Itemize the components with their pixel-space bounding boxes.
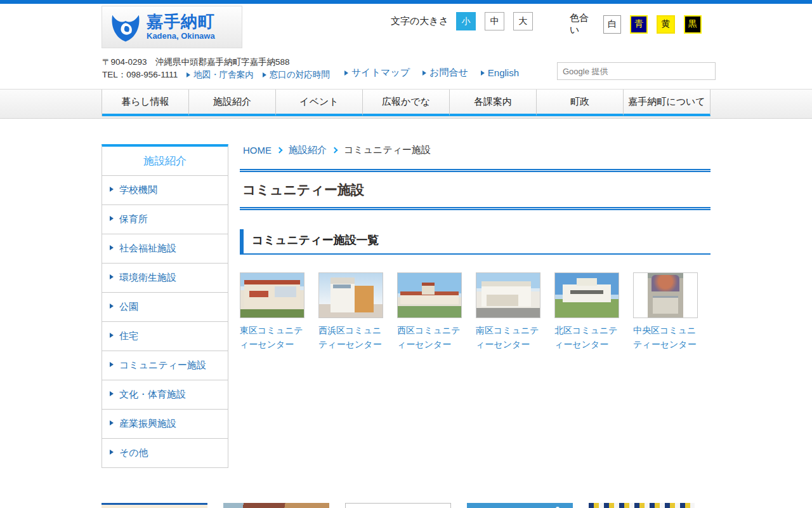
chevron-right-icon bbox=[332, 147, 338, 154]
sidebar-item-social-welfare[interactable]: 社会福祉施設 bbox=[102, 234, 228, 264]
triangle-bullet-icon bbox=[481, 70, 485, 76]
triangle-bullet-icon bbox=[187, 72, 190, 77]
nav-item-about-kadena[interactable]: 嘉手納町について bbox=[624, 90, 710, 116]
page-title: コミュニティー施設 bbox=[240, 169, 710, 210]
facility-card: 北区コミュニティーセンター bbox=[554, 272, 619, 351]
triangle-bullet-icon bbox=[110, 450, 114, 455]
font-size-large-button[interactable]: 大 bbox=[513, 12, 533, 30]
sidebar-item-housing[interactable]: 住宅 bbox=[102, 322, 228, 351]
main-content: 施設紹介 学校機関 保育所 社会福祉施設 環境衛生施設 公園 住宅 コミュニティ… bbox=[102, 119, 710, 468]
facility-list: 東区コミュニティーセンター 西浜区コミュニティーセンター 西区コミュニティーセン… bbox=[240, 272, 710, 351]
banner-health-center-rotary-plaza[interactable]: 嘉手納町 健康増進センター ロータリープラザ bbox=[589, 503, 695, 508]
font-size-controls: 文字の大きさ 小 中 大 bbox=[391, 12, 542, 30]
facility-card: 西区コミュニティーセンター bbox=[397, 272, 462, 351]
tel-number: TEL：098-956-1111 bbox=[102, 69, 178, 81]
facility-photo[interactable] bbox=[318, 272, 383, 318]
chevron-right-icon bbox=[277, 147, 283, 154]
font-size-medium-button[interactable]: 中 bbox=[485, 12, 504, 30]
english-link[interactable]: English bbox=[481, 67, 519, 79]
utility-links: サイトマップ お問合せ English bbox=[344, 67, 532, 79]
triangle-bullet-icon bbox=[110, 274, 114, 279]
facility-link[interactable]: 西区コミュニティーセンター bbox=[397, 324, 462, 351]
map-office-link[interactable]: 地図・庁舎案内 bbox=[187, 69, 254, 81]
triangle-bullet-icon bbox=[110, 245, 114, 250]
facility-photo[interactable] bbox=[240, 272, 304, 318]
triangle-bullet-icon bbox=[110, 216, 114, 221]
site-header: 嘉手納町 Kadena, Okinawa 文字の大きさ 小 中 大 色合い 白 … bbox=[102, 4, 710, 89]
facility-photo[interactable] bbox=[476, 272, 540, 318]
nav-item-living-info[interactable]: 暮らし情報 bbox=[102, 90, 189, 116]
sidebar-item-parks[interactable]: 公園 bbox=[102, 293, 228, 322]
triangle-bullet-icon bbox=[110, 391, 114, 396]
font-size-label: 文字の大きさ bbox=[391, 15, 449, 27]
font-size-small-button[interactable]: 小 bbox=[456, 12, 476, 30]
color-blue-button[interactable]: 青 bbox=[630, 15, 648, 34]
sidebar-item-culture-sports[interactable]: 文化・体育施設 bbox=[102, 380, 228, 410]
logo-subtitle: Kadena, Okinawa bbox=[147, 31, 215, 41]
triangle-bullet-icon bbox=[110, 333, 114, 338]
facility-link[interactable]: 東区コミュニティーセンター bbox=[240, 324, 304, 351]
tel-row: TEL：098-956-1111 地図・庁舎案内 窓口の対応時間 bbox=[102, 69, 330, 81]
breadcrumb-section-link[interactable]: 施設紹介 bbox=[289, 144, 327, 156]
facility-card: 南区コミュニティーセンター bbox=[476, 272, 540, 351]
site-logo[interactable]: 嘉手納町 Kadena, Okinawa bbox=[102, 6, 242, 48]
triangle-bullet-icon bbox=[110, 187, 114, 192]
sidebar-item-industry-promotion[interactable]: 産業振興施設 bbox=[102, 410, 228, 439]
facility-card: 東区コミュニティーセンター bbox=[240, 272, 304, 351]
facility-link[interactable]: 中央区コミュニティーセンター bbox=[633, 324, 698, 351]
banner-board-of-education[interactable]: 嘉手納町 教育委員会 bbox=[345, 503, 451, 508]
triangle-bullet-icon bbox=[110, 362, 114, 367]
kadena-emblem-icon bbox=[110, 11, 141, 43]
facility-link[interactable]: 南区コミュニティーセンター bbox=[476, 324, 540, 351]
breadcrumb: HOME 施設紹介 コミュニティー施設 bbox=[243, 144, 710, 156]
triangle-bullet-icon bbox=[263, 72, 266, 77]
breadcrumb-current: コミュニティー施設 bbox=[344, 144, 431, 156]
section-title: コミュニティー施設一覧 bbox=[240, 229, 710, 255]
site-search-input[interactable] bbox=[557, 62, 716, 80]
banner-town-council[interactable]: 嘉手納町議会 bbox=[102, 503, 207, 508]
nav-item-departments[interactable]: 各課案内 bbox=[450, 90, 537, 116]
contact-link[interactable]: お問合せ bbox=[422, 67, 468, 79]
sidebar-item-nurseries[interactable]: 保育所 bbox=[102, 205, 228, 234]
facility-link[interactable]: 西浜区コミュニティーセンター bbox=[318, 324, 383, 351]
facility-photo[interactable] bbox=[397, 272, 462, 318]
color-yellow-button[interactable]: 黄 bbox=[657, 15, 674, 34]
facility-card: 西浜区コミュニティーセンター bbox=[318, 272, 383, 351]
color-white-button[interactable]: 白 bbox=[603, 15, 621, 34]
sitemap-link[interactable]: サイトマップ bbox=[344, 67, 410, 79]
nav-item-facilities[interactable]: 施設紹介 bbox=[189, 90, 276, 116]
main-column: HOME 施設紹介 コミュニティー施設 コミュニティー施設 コミュニティー施設一… bbox=[240, 144, 710, 468]
banner-culture-center[interactable]: かでな文化センター bbox=[223, 503, 329, 508]
triangle-bullet-icon bbox=[110, 420, 114, 425]
facility-photo[interactable] bbox=[633, 272, 698, 318]
global-nav-bar: 暮らし情報 施設紹介 イベント 広報かでな 各課案内 町政 嘉手納町について bbox=[0, 89, 812, 119]
sidebar-title: 施設紹介 bbox=[102, 147, 228, 176]
sidebar-item-schools[interactable]: 学校機関 bbox=[102, 176, 228, 205]
color-scheme-label: 色合い bbox=[570, 12, 596, 36]
nav-item-public-relations[interactable]: 広報かでな bbox=[363, 90, 450, 116]
nav-item-town-government[interactable]: 町政 bbox=[537, 90, 624, 116]
footer-banner-row: 嘉手納町議会 かでな文化センター 嘉手納町 教育委員会 かでな スポーツ施設NA… bbox=[102, 503, 710, 508]
logo-text: 嘉手納町 Kadena, Okinawa bbox=[147, 13, 215, 40]
global-nav: 暮らし情報 施設紹介 イベント 広報かでな 各課案内 町政 嘉手納町について bbox=[102, 90, 710, 116]
sidebar-item-environmental-health[interactable]: 環境衛生施設 bbox=[102, 264, 228, 293]
triangle-bullet-icon bbox=[344, 70, 348, 76]
banner-sports-navi[interactable]: かでな スポーツ施設NAVI bbox=[467, 503, 573, 508]
sidebar-item-community-facilities[interactable]: コミュニティー施設 bbox=[102, 351, 228, 380]
triangle-bullet-icon bbox=[110, 304, 114, 309]
sidebar-item-others[interactable]: その他 bbox=[102, 439, 228, 467]
color-scheme-controls: 色合い 白 青 黄 黒 bbox=[570, 12, 710, 36]
facility-card: 中央区コミュニティーセンター bbox=[633, 272, 698, 351]
breadcrumb-home-link[interactable]: HOME bbox=[243, 145, 272, 156]
logo-title: 嘉手納町 bbox=[147, 13, 215, 30]
nav-item-events[interactable]: イベント bbox=[276, 90, 363, 116]
sidebar-menu: 施設紹介 学校機関 保育所 社会福祉施設 環境衛生施設 公園 住宅 コミュニティ… bbox=[102, 144, 228, 468]
postal-address: 〒904-0293 沖縄県中頭郡嘉手納町字嘉手納588 bbox=[102, 57, 290, 68]
facility-link[interactable]: 北区コミュニティーセンター bbox=[554, 324, 619, 351]
triangle-bullet-icon bbox=[422, 70, 426, 76]
color-black-button[interactable]: 黒 bbox=[684, 15, 702, 34]
facility-photo[interactable] bbox=[554, 272, 619, 318]
office-hours-link[interactable]: 窓口の対応時間 bbox=[263, 69, 330, 81]
bunting-flags-icon bbox=[589, 503, 695, 508]
